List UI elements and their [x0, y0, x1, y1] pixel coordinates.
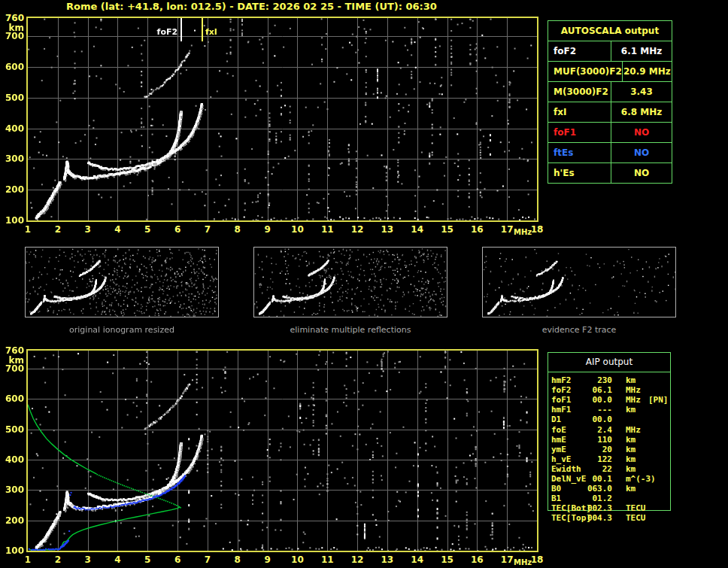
autoscala-row-h'Es: h'EsNO: [548, 163, 672, 183]
x-tick-label: 3: [79, 554, 97, 565]
aip-row-D1: D100.0: [548, 415, 683, 424]
x-tick-label: 9: [259, 554, 277, 565]
x-tick-label: 3: [79, 224, 97, 235]
x-tick-label: 11: [318, 554, 336, 565]
autoscala-row-label: ftEs: [548, 143, 611, 163]
x-tick-label: 7: [199, 554, 217, 565]
x-tick-label: 10: [288, 224, 306, 235]
y-tick-label: 300: [0, 153, 24, 164]
autoscala-row-value: 6.1 MHz: [611, 41, 672, 61]
aip-param-value: 00.1: [582, 474, 612, 484]
x-tick-label: 11: [318, 224, 336, 235]
aip-param-value: 122: [582, 454, 612, 464]
x-tick-label: 1: [19, 554, 37, 565]
marker-label-fxI: fxI: [205, 27, 217, 37]
aip-param-name: B1: [551, 494, 561, 503]
y-tick-label: 600: [0, 62, 24, 72]
thumbnail-caption: eliminate multiple reflections: [253, 325, 447, 335]
aip-param-name: foF2: [551, 385, 572, 395]
aip-row-B0: B0063.0km: [548, 484, 683, 494]
autoscala-row-value: 20.9 MHz: [622, 62, 672, 81]
x-axis-unit-mhz: MHz: [514, 228, 532, 236]
x-tick-label: 14: [408, 224, 426, 235]
y-tick-label: 600: [0, 393, 24, 404]
thumbnail-caption: evidence F2 trace: [482, 325, 676, 335]
aip-param-name: h_vE: [551, 454, 572, 464]
aip-table-separator: [548, 372, 670, 372]
y-tick-label: 200: [0, 515, 24, 526]
aip-row-TEC[Bot]: TEC[Bot]002.3TECU: [548, 503, 683, 513]
x-tick-label: 13: [378, 224, 396, 235]
autoscala-row-value: 3.43: [611, 82, 672, 102]
x-tick-label: 5: [138, 224, 156, 235]
autoscala-row-label: h'Es: [548, 163, 611, 183]
autoscala-row-value: NO: [611, 163, 672, 183]
aip-param-name: hmF1: [551, 405, 572, 415]
aip-param-unit: km: [626, 445, 635, 454]
aip-param-name: B0: [551, 484, 561, 494]
aip-param-unit: km: [626, 464, 635, 474]
aip-param-value: 2.4: [582, 425, 612, 435]
aip-param-unit: TECU: [626, 503, 646, 513]
y-tick-label: 400: [0, 123, 24, 134]
x-tick-label: 1: [19, 224, 37, 235]
x-axis-unit-mhz: MHz: [514, 558, 532, 566]
x-tick-label: 16: [468, 224, 486, 235]
x-tick-label: 6: [168, 224, 187, 235]
aip-row-TEC[Top]: TEC[Top]004.3TECU: [548, 513, 683, 523]
aip-param-value: 110: [582, 435, 612, 445]
autoscala-row-foF2: foF26.1 MHz: [548, 41, 672, 61]
y-axis-unit-km: km: [0, 23, 24, 33]
autoscala-row-fxI: fxI6.8 MHz: [548, 102, 672, 122]
aip-param-value: 002.3: [582, 503, 612, 513]
aip-param-name: foE: [551, 425, 566, 435]
aip-param-unit: km: [626, 454, 635, 464]
aip-param-unit: MHz: [626, 395, 641, 405]
autoscala-row-label: foF1: [548, 123, 611, 142]
aip-param-name: foF1: [551, 395, 572, 405]
x-tick-label: 2: [49, 554, 67, 565]
x-tick-label: 6: [168, 554, 187, 565]
aip-param-value: 06.1: [582, 385, 612, 395]
aip-param-value: 230: [582, 375, 612, 385]
y-tick-label: 500: [0, 93, 24, 103]
autoscala-row-label: fxI: [548, 102, 611, 122]
aip-output-table: AIP output hmF2230kmfoF206.1MHzfoF100.0M…: [548, 352, 683, 533]
aip-param-name: hmF2: [551, 375, 572, 385]
x-tick-label: 12: [348, 224, 366, 235]
aip-param-unit: MHz: [626, 425, 641, 435]
aip-param-value: ---: [582, 405, 612, 415]
aip-param-unit: m^(-3): [626, 474, 656, 484]
x-tick-label: 2: [49, 224, 67, 235]
autoscala-row-value: NO: [611, 143, 672, 163]
station-date-time-title: Rome (lat: +41.8, lon: 012.5) - DATE: 20…: [66, 1, 437, 12]
thumbnail-1: [25, 247, 219, 317]
x-tick-label: 8: [229, 224, 247, 235]
thumbnail-3: [482, 247, 676, 317]
autoscala-output-table: AUTOSCALA output foF26.1 MHzMUF(3000)F22…: [548, 20, 672, 184]
y-tick-label: 500: [0, 424, 24, 435]
x-tick-label: 15: [438, 224, 457, 235]
aip-param-value: 20: [582, 445, 612, 454]
aip-param-value: 01.2: [582, 494, 612, 503]
aip-param-value: 063.0: [582, 484, 612, 494]
aip-row-hmF2: hmF2230km: [548, 375, 683, 385]
x-tick-label: 9: [259, 224, 277, 235]
aip-row-DelN_vE: DelN_vE00.1m^(-3): [548, 474, 683, 484]
aip-param-unit: km: [626, 375, 635, 385]
x-tick-label: 10: [288, 554, 306, 565]
aip-row-hmF1: hmF1---km: [548, 405, 683, 415]
aip-param-unit: TECU: [626, 513, 646, 523]
bottom-ionogram-plot-with-profile: [26, 349, 538, 552]
aip-param-name: hmE: [551, 435, 566, 445]
x-tick-label: 4: [108, 554, 126, 565]
thumbnail-caption: original ionogram resized: [25, 325, 219, 335]
autoscala-row-foF1: foF1NO: [548, 122, 672, 142]
top-ionogram-plot: [26, 17, 538, 222]
aip-row-foE: foE2.4MHz: [548, 425, 683, 435]
aip-param-value: 22: [582, 464, 612, 474]
aip-param-extra: [PN]: [648, 395, 669, 405]
autoscala-row-value: NO: [611, 123, 672, 142]
autoscala-row-label: M(3000)F2: [548, 82, 611, 102]
aip-param-value: 004.3: [582, 513, 612, 523]
